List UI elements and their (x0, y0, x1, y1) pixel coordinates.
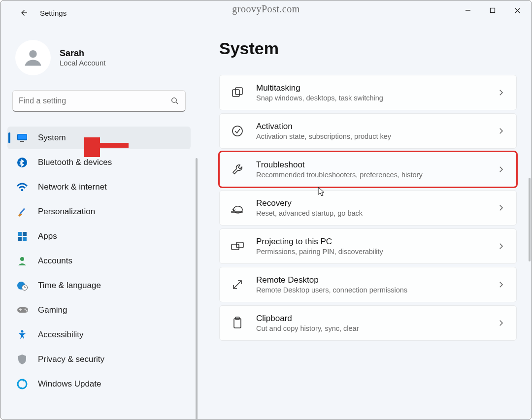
main-panel: System MultitaskingSnap windows, desktop… (198, 25, 532, 420)
maximize-icon (490, 7, 496, 13)
back-button[interactable] (14, 3, 34, 23)
card-projecting-to-this-pc[interactable]: Projecting to this PCPermissions, pairin… (219, 228, 517, 264)
chevron-right-icon (497, 88, 505, 97)
sidebar-item-system[interactable]: System (7, 127, 191, 149)
sidebar-item-label: System (38, 133, 66, 143)
accessibility-icon (16, 329, 28, 341)
svg-rect-22 (17, 307, 28, 313)
sidebar-item-windows-update[interactable]: Windows Update (7, 373, 191, 395)
sidebar-item-label: Gaming (38, 305, 67, 315)
card-subtitle: Recommended troubleshooters, preferences… (256, 171, 485, 179)
svg-point-5 (172, 97, 177, 102)
card-title: Projecting to this PC (256, 237, 485, 247)
sidebar-item-gaming[interactable]: Gaming (7, 299, 191, 322)
card-texts: ActivationActivation state, subscription… (256, 122, 485, 140)
user-icon (22, 47, 44, 68)
app-title: Settings (40, 9, 66, 17)
wrench-icon (231, 162, 244, 176)
search-input[interactable] (19, 97, 170, 105)
globe-clock-icon (16, 280, 28, 291)
shield-icon (16, 354, 28, 365)
svg-rect-13 (18, 232, 22, 236)
card-recovery[interactable]: RecoveryReset, advanced startup, go back (219, 190, 517, 226)
person-icon (16, 255, 28, 267)
card-texts: RecoveryReset, advanced startup, go back (256, 198, 485, 217)
svg-rect-8 (18, 134, 27, 139)
sidebar-item-network-internet[interactable]: Network & internet (7, 176, 191, 198)
sidebar-item-privacy-security[interactable]: Privacy & security (7, 348, 191, 371)
clipboard-icon (231, 316, 244, 330)
svg-rect-1 (491, 8, 495, 13)
chevron-right-icon (497, 127, 505, 135)
svg-point-24 (26, 310, 28, 312)
sidebar-item-accounts[interactable]: Accounts (7, 250, 191, 272)
card-subtitle: Snap windows, desktops, task switching (256, 94, 485, 102)
minimize-button[interactable] (457, 2, 479, 18)
maximize-button[interactable] (481, 2, 504, 18)
svg-point-31 (233, 126, 242, 136)
card-subtitle: Remote Desktop users, connection permiss… (256, 286, 485, 294)
search-box[interactable] (12, 90, 186, 112)
update-icon (16, 378, 28, 390)
chevron-right-icon (497, 165, 505, 174)
card-title: Multitasking (256, 83, 485, 93)
minimize-icon (465, 7, 471, 13)
recovery-icon (231, 201, 244, 215)
card-clipboard[interactable]: ClipboardCut and copy history, sync, cle… (219, 305, 517, 341)
card-texts: Remote DesktopRemote Desktop users, conn… (256, 275, 485, 294)
sidebar-item-label: Network & internet (38, 182, 107, 192)
sidebar-item-label: Windows Update (38, 379, 101, 389)
svg-line-6 (176, 102, 178, 104)
main-scrollbar[interactable] (529, 178, 531, 261)
sidebar-item-label: Time & language (38, 281, 101, 291)
card-texts: Projecting to this PCPermissions, pairin… (256, 237, 485, 256)
card-subtitle: Reset, advanced startup, go back (256, 209, 485, 217)
svg-rect-14 (23, 232, 27, 236)
card-title: Clipboard (256, 314, 485, 323)
project-icon (231, 239, 244, 253)
profile-name: Sarah (60, 48, 105, 59)
sidebar-item-time-language[interactable]: Time & language (7, 274, 191, 297)
sidebar-item-bluetooth-devices[interactable]: Bluetooth & devices (7, 151, 191, 174)
svg-point-28 (18, 380, 27, 388)
bluetooth-icon (16, 157, 28, 168)
card-troubleshoot[interactable]: TroubleshootRecommended troubleshooters,… (219, 152, 517, 187)
apps-icon (16, 230, 28, 242)
svg-point-11 (21, 189, 24, 192)
nav-list: SystemBluetooth & devicesNetwork & inter… (0, 126, 198, 396)
svg-point-27 (21, 330, 24, 333)
close-button[interactable] (506, 2, 529, 18)
card-activation[interactable]: ActivationActivation state, subscription… (219, 113, 517, 149)
card-multitasking[interactable]: MultitaskingSnap windows, desktops, task… (219, 75, 517, 110)
multitask-icon (231, 86, 244, 99)
card-list: MultitaskingSnap windows, desktops, task… (219, 75, 517, 341)
window-controls (457, 2, 529, 18)
svg-rect-26 (20, 309, 21, 311)
sidebar-item-label: Bluetooth & devices (38, 158, 112, 167)
card-title: Recovery (256, 198, 485, 208)
svg-rect-15 (18, 237, 22, 241)
avatar (15, 40, 51, 75)
chevron-right-icon (497, 280, 505, 289)
brush-icon (16, 206, 28, 218)
sidebar-item-label: Personalization (38, 207, 95, 217)
svg-rect-34 (236, 242, 243, 248)
svg-rect-16 (23, 237, 27, 241)
profile-block[interactable]: Sarah Local Account (0, 40, 198, 90)
search-icon (170, 97, 179, 105)
sidebar-item-apps[interactable]: Apps (7, 225, 191, 248)
remote-icon (231, 278, 244, 291)
card-texts: MultitaskingSnap windows, desktops, task… (256, 83, 485, 102)
svg-rect-12 (20, 208, 25, 215)
card-remote-desktop[interactable]: Remote DesktopRemote Desktop users, conn… (219, 267, 517, 302)
gamepad-icon (16, 304, 28, 316)
sidebar-item-personalization[interactable]: Personalization (7, 200, 191, 223)
svg-rect-30 (235, 88, 242, 95)
svg-point-4 (29, 50, 36, 58)
monitor-icon (16, 132, 28, 144)
card-subtitle: Activation state, subscriptions, product… (256, 132, 485, 140)
wifi-icon (16, 181, 28, 193)
check-circle-icon (231, 124, 244, 138)
card-subtitle: Cut and copy history, sync, clear (256, 324, 485, 332)
sidebar-item-accessibility[interactable]: Accessibility (7, 323, 191, 346)
